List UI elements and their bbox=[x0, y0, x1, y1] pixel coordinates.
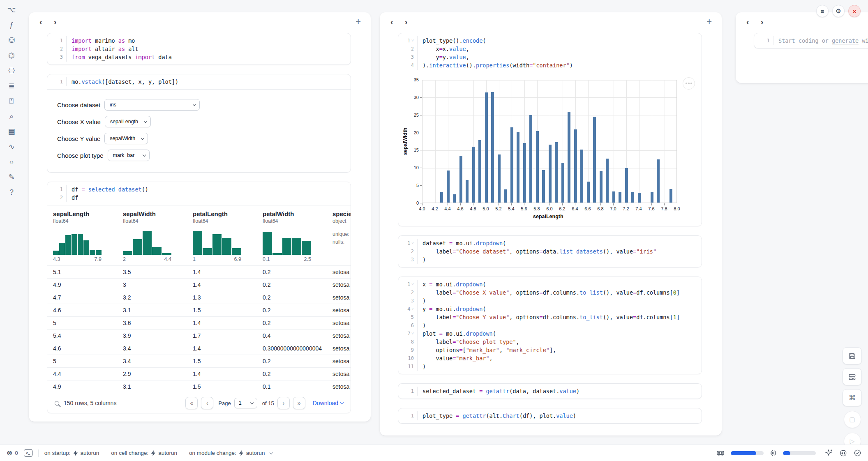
fold-arrow[interactable]: ˅ bbox=[411, 280, 414, 288]
errors-indicator[interactable]: ⊗ 0 bbox=[7, 449, 18, 457]
line-number: 3 bbox=[398, 53, 417, 61]
add-cell-icon[interactable]: + bbox=[356, 16, 361, 27]
table-column-header[interactable]: petalLengthfloat6416.9 bbox=[187, 210, 257, 262]
tracing-icon[interactable]: ∿ bbox=[7, 142, 16, 152]
column-name[interactable]: petalLength bbox=[193, 210, 251, 217]
fold-arrow[interactable]: ˅ bbox=[411, 37, 414, 45]
autorun-on-startup[interactable]: on startup: autorun bbox=[44, 450, 99, 456]
shutdown-button[interactable]: × bbox=[848, 5, 861, 17]
packages-icon[interactable]: ⎔ bbox=[7, 66, 16, 76]
search-icon[interactable] bbox=[55, 401, 59, 406]
code-line: 2df bbox=[47, 194, 351, 202]
table-cell: 1.5 bbox=[187, 304, 257, 316]
y-tick-label: 10 bbox=[402, 165, 419, 170]
chart-plot-area[interactable] bbox=[422, 80, 677, 203]
column-name[interactable]: sepalLength bbox=[53, 210, 111, 217]
x-tick-mark bbox=[588, 203, 588, 205]
datasources-icon[interactable]: ⛁ bbox=[7, 35, 16, 45]
outline-icon[interactable]: ✎ bbox=[7, 172, 16, 182]
chevron-right-icon[interactable]: › bbox=[761, 18, 764, 25]
cell-editor[interactable]: 1plot_type = getattr(alt.Chart(df), plot… bbox=[398, 408, 702, 423]
line-number: 2 bbox=[398, 288, 417, 297]
dropdown-choose-y-value[interactable]: sepalWidth bbox=[104, 133, 148, 144]
stop-button[interactable]: ▢ bbox=[844, 411, 861, 428]
line-number: 3 bbox=[398, 297, 417, 305]
variables-icon[interactable]: ƒ bbox=[7, 20, 16, 30]
chart-actions-button[interactable] bbox=[683, 77, 695, 90]
lightning-icon bbox=[151, 450, 156, 456]
x-tick-mark bbox=[499, 203, 499, 205]
table-column-header[interactable]: speciesobjectunique:nulls: bbox=[327, 210, 351, 262]
chevron-right-icon[interactable]: › bbox=[54, 18, 57, 25]
line-number: 2 bbox=[398, 247, 417, 256]
x-tick-mark bbox=[460, 203, 461, 205]
code-line: 1plot_type = getattr(alt.Chart(df), plot… bbox=[398, 412, 702, 420]
bar bbox=[472, 147, 475, 203]
connection-status-icon[interactable] bbox=[854, 449, 861, 457]
column-name[interactable]: sepalWidth bbox=[123, 210, 181, 217]
cell-editor[interactable]: 1 Start coding or generate with bbox=[754, 33, 868, 48]
add-cell-icon[interactable]: + bbox=[706, 16, 712, 27]
table-column-header[interactable]: petalWidthfloat640.12.5 bbox=[257, 210, 327, 262]
last-page-button[interactable]: » bbox=[293, 397, 305, 409]
table-column-header[interactable]: sepalWidthfloat6424.4 bbox=[117, 210, 187, 262]
chat-icon[interactable]: ⍞ bbox=[7, 96, 16, 106]
cell-editor[interactable]: 1mo.vstack([dataset, x, y, plot]) bbox=[47, 74, 351, 89]
page-select[interactable]: 1 bbox=[234, 398, 257, 408]
ai-sparkle-icon[interactable] bbox=[825, 449, 833, 457]
chevron-left-icon[interactable]: ‹ bbox=[746, 18, 749, 25]
layout-button[interactable] bbox=[843, 368, 862, 385]
help-icon[interactable]: ? bbox=[7, 187, 16, 197]
keyboard-shortcuts-button[interactable]: ⌘ bbox=[843, 389, 862, 406]
dropdown-choose-dataset[interactable]: iris bbox=[104, 99, 200, 111]
cell-editor[interactable]: 1df = selected_dataset()2df bbox=[47, 182, 351, 205]
table-column-header[interactable]: sepalLengthfloat644.37.9 bbox=[47, 210, 117, 262]
documentation-icon[interactable]: ▤ bbox=[7, 127, 16, 136]
gridline bbox=[614, 80, 614, 203]
cell-editor[interactable]: 1selected_dataset = getattr(data, datase… bbox=[398, 384, 702, 399]
chevron-down-icon bbox=[340, 401, 344, 404]
column-name[interactable]: species bbox=[332, 210, 351, 217]
prev-page-button[interactable]: ‹ bbox=[201, 397, 213, 409]
table-cell: 0.2 bbox=[257, 291, 327, 304]
autorun-on-module-change[interactable]: on module change: autorun bbox=[189, 450, 272, 456]
fold-arrow[interactable]: ˅ bbox=[411, 239, 414, 247]
terminal-button[interactable]: >_ bbox=[24, 449, 32, 457]
cell-editor[interactable]: 1˅x = mo.ui.dropdown(2 label="Choose X v… bbox=[398, 277, 702, 374]
fold-arrow[interactable]: ˅ bbox=[411, 330, 414, 338]
chevron-left-icon[interactable]: ‹ bbox=[39, 18, 42, 25]
download-button[interactable]: Download bbox=[313, 400, 343, 406]
file-explorer-icon[interactable]: ⌥ bbox=[7, 5, 16, 15]
snippets-icon[interactable]: ‹› bbox=[7, 157, 16, 167]
logs-icon[interactable]: ⌕ bbox=[7, 111, 16, 121]
line-number: 1 bbox=[754, 37, 773, 45]
notebook-cell: 1˅x = mo.ui.dropdown(2 label="Choose X v… bbox=[398, 277, 702, 374]
dropdown-choose-x-value[interactable]: sepalLength bbox=[105, 116, 151, 127]
menu-button[interactable]: ≡ bbox=[816, 5, 829, 17]
settings-button[interactable]: ⚙ bbox=[832, 5, 845, 17]
code-text: ) bbox=[417, 256, 426, 264]
copilot-icon[interactable] bbox=[839, 449, 847, 457]
table-cell: 1.4 bbox=[187, 368, 257, 380]
first-page-button[interactable]: « bbox=[185, 397, 198, 409]
dependency-graph-icon[interactable]: ⌬ bbox=[7, 51, 16, 60]
next-page-button[interactable]: › bbox=[277, 397, 290, 409]
lightning-icon bbox=[73, 450, 78, 456]
cell-editor[interactable]: 1˅plot_type().encode(2 x=x.value,3 y=y.v… bbox=[398, 33, 702, 73]
generate-with-ai-link[interactable]: generate bbox=[832, 37, 859, 44]
floppy-icon bbox=[848, 352, 856, 360]
autorun-on-cell-change[interactable]: on cell change: autorun bbox=[111, 450, 177, 456]
save-button[interactable] bbox=[843, 347, 862, 364]
chevron-right-icon[interactable]: › bbox=[405, 18, 408, 25]
cell-editor[interactable]: 1˅dataset = mo.ui.dropdown(2 label="Choo… bbox=[398, 236, 702, 267]
column-name[interactable]: petalWidth bbox=[263, 210, 321, 217]
code-line: 1import marimo as mo bbox=[47, 37, 351, 45]
line-number: 9 bbox=[398, 346, 417, 354]
scratchpad-icon[interactable]: ≣ bbox=[7, 81, 16, 91]
cell-editor[interactable]: 1import marimo as mo2import altair as al… bbox=[47, 33, 351, 65]
chevron-left-icon[interactable]: ‹ bbox=[390, 18, 393, 25]
x-tick-label: 4.4 bbox=[441, 206, 454, 211]
fold-arrow[interactable]: ˅ bbox=[411, 305, 414, 313]
x-tick-mark bbox=[600, 203, 601, 205]
dropdown-choose-plot-type[interactable]: mark_bar bbox=[108, 150, 150, 161]
